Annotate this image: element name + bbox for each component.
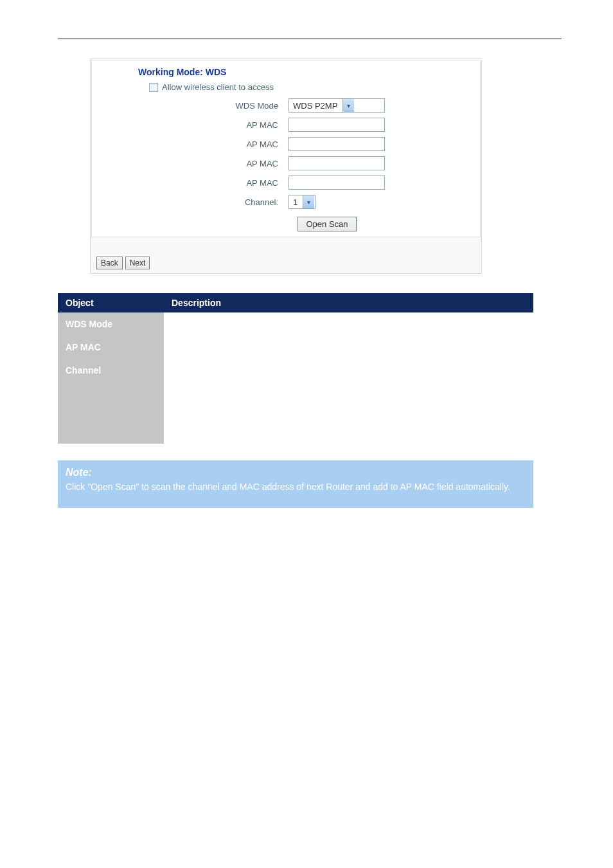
- ap-mac-label-4: AP MAC: [92, 178, 289, 188]
- working-mode-heading: Working Mode: WDS: [92, 60, 480, 81]
- row-desc: Input the MAC address of another (Next) …: [164, 336, 533, 359]
- ap-mac-row-4: AP MAC: [92, 173, 480, 192]
- ap-mac-row-2: AP MAC: [92, 134, 480, 154]
- wds-mode-select[interactable]: WDS P2MP ▾: [289, 98, 385, 113]
- chevron-down-icon: ▾: [303, 195, 314, 208]
- channel-label: Channel:: [92, 197, 289, 207]
- ap-mac-input-2[interactable]: [289, 137, 385, 151]
- description-table: Object Description WDS Mode Select "WDS …: [58, 293, 533, 444]
- ap-mac-label-2: AP MAC: [92, 140, 289, 149]
- col-desc-header: Description: [164, 293, 533, 312]
- row-desc: A channel is the radio frequency(ies) us…: [164, 359, 533, 444]
- row-desc: Select "WDS P2MP".: [164, 312, 533, 336]
- wds-mode-row: WDS Mode WDS P2MP ▾: [92, 96, 480, 115]
- allow-wireless-label: Allow wireless client to access: [162, 82, 274, 92]
- chevron-down-icon: ▾: [342, 99, 354, 112]
- allow-wireless-client-row: Allow wireless client to access: [92, 81, 480, 96]
- note-box: Note: Click "Open Scan" to scan the chan…: [58, 460, 533, 508]
- row-object: Channel: [58, 359, 164, 444]
- allow-wireless-checkbox[interactable]: [149, 83, 158, 92]
- table-row: AP MAC Input the MAC address of another …: [58, 336, 533, 359]
- config-panel: Working Mode: WDS Allow wireless client …: [90, 59, 482, 274]
- wds-mode-label: WDS Mode: [92, 101, 289, 111]
- table-row: WDS Mode Select "WDS P2MP".: [58, 312, 533, 336]
- table-header-row: Object Description: [58, 293, 533, 312]
- table-row: Channel A channel is the radio frequency…: [58, 359, 533, 444]
- col-object-header: Object: [58, 293, 164, 312]
- ap-mac-row-1: AP MAC: [92, 115, 480, 134]
- ap-mac-row-3: AP MAC: [92, 154, 480, 173]
- row-object: AP MAC: [58, 336, 164, 359]
- open-scan-row: Open Scan: [92, 212, 480, 237]
- channel-row: Channel: 1 ▾: [92, 192, 480, 212]
- note-title: Note:: [66, 467, 526, 478]
- ap-mac-input-4[interactable]: [289, 176, 385, 190]
- config-inner: Working Mode: WDS Allow wireless client …: [91, 60, 481, 237]
- note-body: Click "Open Scan" to scan the channel an…: [66, 481, 526, 494]
- row-object: WDS Mode: [58, 312, 164, 336]
- channel-select[interactable]: 1 ▾: [289, 195, 315, 209]
- ap-mac-label-1: AP MAC: [92, 120, 289, 130]
- ap-mac-input-3[interactable]: [289, 156, 385, 170]
- top-divider: [58, 39, 562, 39]
- wizard-nav: Back Next: [91, 253, 481, 269]
- ap-mac-label-3: AP MAC: [92, 159, 289, 168]
- next-button[interactable]: Next: [125, 257, 150, 269]
- back-button[interactable]: Back: [96, 257, 123, 269]
- wds-mode-value: WDS P2MP: [289, 99, 342, 112]
- open-scan-button[interactable]: Open Scan: [298, 217, 356, 231]
- ap-mac-input-1[interactable]: [289, 118, 385, 132]
- channel-value: 1: [289, 195, 303, 208]
